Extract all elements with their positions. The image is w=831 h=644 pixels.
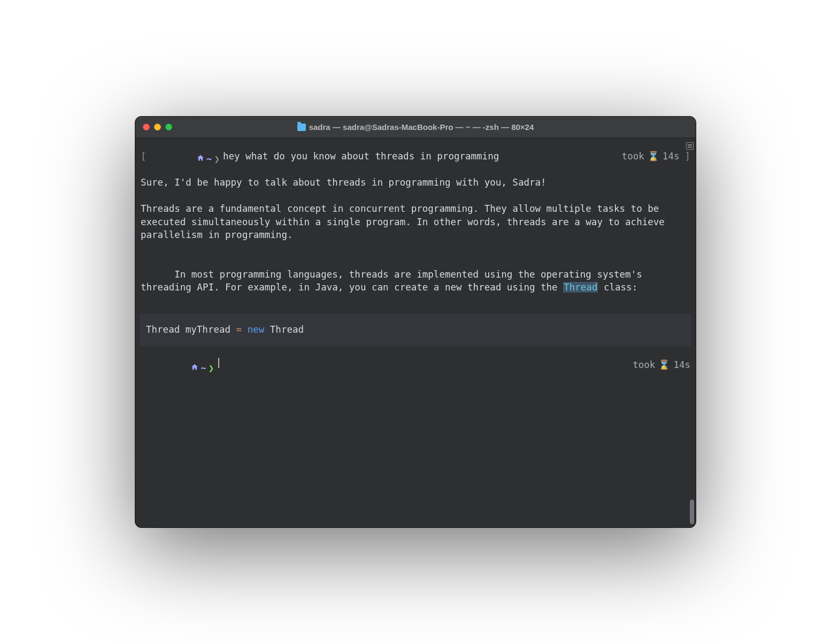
code-new-keyword: new — [248, 324, 265, 335]
response-para-3b: class: — [598, 282, 637, 293]
minimize-button[interactable] — [154, 124, 161, 131]
code-sp — [242, 324, 248, 335]
home-icon — [143, 351, 198, 385]
hourglass-icon: ⌛ — [648, 150, 659, 163]
prompt-icons: ~ ❯ — [141, 351, 214, 385]
command-text: hey what do you know about threads in pr… — [223, 150, 499, 163]
titlebar[interactable]: sadra — sadra@Sadras-MacBook-Pro — ~ — -… — [135, 117, 696, 138]
duration: 14s — [673, 358, 690, 372]
zoom-button[interactable] — [165, 124, 172, 131]
took-label: took — [622, 150, 644, 163]
prompt-line-2[interactable]: ~ ❯ took ⌛ 14s — [141, 351, 690, 385]
cursor — [218, 358, 219, 368]
terminal-body[interactable]: [ ~ ❯ hey what do you know about threads… — [135, 138, 696, 527]
open-bracket: [ — [141, 150, 147, 163]
prompt-icons: ~ ❯ — [147, 142, 220, 176]
timing-info: took ⌛ 14s — [633, 358, 690, 372]
window-title: sadra — sadra@Sadras-MacBook-Pro — ~ — -… — [135, 122, 696, 132]
blank-line — [141, 189, 690, 203]
chevron-icon: ❯ — [214, 152, 220, 166]
duration: 14s — [663, 150, 680, 163]
tilde: ~ — [206, 152, 212, 166]
chevron-icon: ❯ — [209, 362, 214, 375]
home-icon — [149, 142, 204, 176]
highlighted-thread-word: Thread — [563, 282, 598, 293]
response-para-3: In most programming languages, threads a… — [141, 255, 690, 307]
blank-line — [141, 242, 690, 255]
hourglass-icon: ⌛ — [658, 358, 670, 372]
scrollbar-thumb[interactable] — [690, 500, 694, 524]
response-line-1: Sure, I'd be happy to talk about threads… — [141, 176, 690, 189]
window-title-text: sadra — sadra@Sadras-MacBook-Pro — ~ — -… — [309, 122, 534, 132]
prompt-line-1: [ ~ ❯ hey what do you know about threads… — [141, 142, 690, 176]
folder-icon — [297, 124, 306, 131]
took-label: took — [633, 358, 655, 372]
close-bracket: ] — [684, 150, 690, 163]
terminal-window: sadra — sadra@Sadras-MacBook-Pro — ~ — -… — [135, 116, 696, 528]
tilde: ~ — [201, 362, 206, 375]
response-para-2: Threads are a fundamental concept in con… — [141, 202, 690, 242]
timing-info: took ⌛ 14s ] — [622, 150, 690, 163]
code-t2: Thread — [264, 324, 304, 335]
code-t1: Thread myThread — [146, 324, 236, 335]
close-button[interactable] — [143, 124, 150, 131]
code-eq: = — [236, 324, 242, 335]
page-indicator-icon — [686, 142, 694, 150]
window-controls — [143, 124, 172, 131]
code-block: Thread myThread = new Thread — [140, 313, 691, 346]
